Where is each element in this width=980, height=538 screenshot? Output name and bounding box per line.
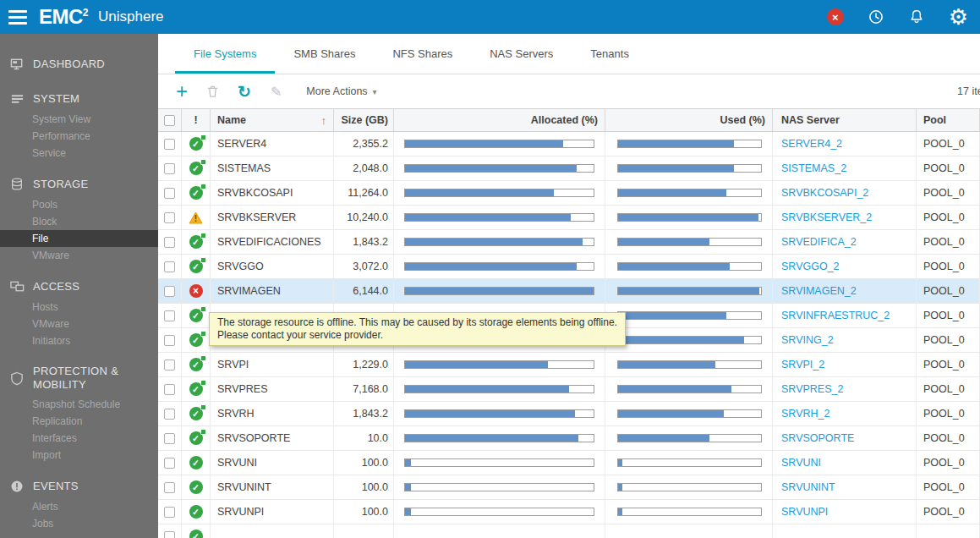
- nas-server-link[interactable]: SRVRH_2: [781, 408, 829, 420]
- sidebar-item-jobs[interactable]: Jobs: [0, 515, 158, 532]
- row-checkbox[interactable]: [164, 237, 175, 248]
- sidebar-item-vmware[interactable]: VMware: [0, 316, 158, 332]
- row-checkbox[interactable]: [164, 458, 175, 469]
- row-checkbox[interactable]: [164, 335, 175, 346]
- tab-bar: File SystemsSMB SharesNFS SharesNAS Serv…: [158, 34, 980, 74]
- filesystem-size: 6,144.0: [334, 279, 394, 303]
- menu-icon[interactable]: [0, 10, 36, 25]
- header-name[interactable]: Name↑: [211, 109, 334, 131]
- row-checkbox[interactable]: [164, 531, 175, 538]
- sidebar-section-header-access[interactable]: ACCESS: [0, 275, 158, 299]
- row-checkbox[interactable]: [164, 507, 175, 518]
- create-button[interactable]: +: [176, 81, 188, 102]
- sidebar-item-alerts[interactable]: Alerts: [0, 498, 158, 515]
- tab-tenants[interactable]: Tenants: [572, 34, 648, 74]
- tab-nas-servers[interactable]: NAS Servers: [471, 34, 572, 74]
- tab-file-systems[interactable]: File Systems: [175, 34, 275, 74]
- sidebar-section-header-dashboard[interactable]: DASHBOARD: [0, 52, 158, 76]
- sidebar-item-file[interactable]: File: [0, 230, 158, 247]
- table-row[interactable]: !SRVBKSERVER10,240.0SRVBKSERVER_2POOL_0: [158, 206, 980, 230]
- sidebar-item-pools[interactable]: Pools: [0, 196, 158, 213]
- header-size[interactable]: Size (GB): [334, 109, 394, 131]
- sidebar-item-vmware[interactable]: VMware: [0, 247, 158, 264]
- sidebar-item-performance[interactable]: Performance: [0, 128, 158, 145]
- row-checkbox[interactable]: [164, 310, 175, 321]
- sidebar-item-import[interactable]: Import: [0, 447, 158, 464]
- table-row[interactable]: ✓: [158, 524, 980, 538]
- nas-server-link[interactable]: SERVER4_2: [781, 138, 842, 150]
- sidebar-item-snapshot-schedule[interactable]: Snapshot Schedule: [0, 396, 158, 413]
- select-all-checkbox[interactable]: [164, 115, 175, 126]
- sidebar-item-initiators[interactable]: Initiators: [0, 332, 158, 349]
- table-row[interactable]: ✓SRVPI1,229.0SRVPI_2POOL_0: [158, 353, 980, 377]
- nas-server-link[interactable]: SRVPRES_2: [781, 383, 843, 395]
- table-row[interactable]: ✓SRVUNINT100.0SRVUNINTPOOL_0: [158, 475, 980, 500]
- row-checkbox-cell: [158, 304, 182, 327]
- sidebar-item-service[interactable]: Service: [0, 145, 158, 162]
- edit-button[interactable]: ✎: [271, 84, 282, 100]
- row-checkbox[interactable]: [164, 188, 175, 199]
- nas-server-link[interactable]: SRVEDIFICA_2: [781, 236, 857, 248]
- allocated-bar-fill: [405, 459, 411, 466]
- more-actions-button[interactable]: More Actions ▾: [306, 85, 376, 97]
- sidebar-item-system-view[interactable]: System View: [0, 111, 158, 128]
- row-checkbox[interactable]: [164, 139, 175, 150]
- row-checkbox[interactable]: [164, 482, 175, 493]
- sidebar-section-header-system[interactable]: SYSTEM: [0, 87, 158, 111]
- allocated-bar-fill: [405, 288, 594, 294]
- tab-nfs-shares[interactable]: NFS Shares: [374, 34, 471, 74]
- nas-server-link[interactable]: SRVBKCOSAPI_2: [781, 187, 868, 199]
- table-row[interactable]: ✓SRVBKCOSAPI11,264.0SRVBKCOSAPI_2POOL_0: [158, 181, 980, 206]
- row-checkbox[interactable]: [164, 261, 175, 272]
- system-error-icon[interactable]: ×: [827, 8, 844, 25]
- row-checkbox[interactable]: [164, 163, 175, 174]
- nas-server-link[interactable]: SRVBKSERVER_2: [781, 211, 872, 223]
- table-row[interactable]: ✓SRVGGO3,072.0SRVGGO_2POOL_0: [158, 255, 980, 279]
- nas-server-link[interactable]: SRVINFRAESTRUC_2: [781, 310, 890, 321]
- table-row[interactable]: ✓SRVUNI100.0SRVUNIPOOL_0: [158, 451, 980, 475]
- sidebar-section-header-storage[interactable]: STORAGE: [0, 173, 158, 196]
- pool-cell: POOL_0: [917, 353, 980, 376]
- nas-server-link[interactable]: SISTEMAS_2: [781, 162, 846, 174]
- row-checkbox[interactable]: [164, 360, 175, 371]
- tab-smb-shares[interactable]: SMB Shares: [275, 34, 374, 74]
- table-row[interactable]: ✓SISTEMAS2,048.0SISTEMAS_2POOL_0: [158, 156, 980, 181]
- nas-server-link[interactable]: SRVIMAGEN_2: [781, 285, 857, 297]
- header-pool[interactable]: Pool: [917, 109, 980, 131]
- table-row[interactable]: ✓SERVER42,355.2SERVER4_2POOL_0: [158, 132, 980, 156]
- table-row[interactable]: ✓SRVRH1,843.2SRVRH_2POOL_0: [158, 402, 980, 426]
- sidebar-section-header-protection[interactable]: PROTECTION & MOBILITY: [0, 360, 158, 396]
- table-row[interactable]: ✓SRVUNPI100.0SRVUNPIPOOL_0: [158, 500, 980, 524]
- row-checkbox[interactable]: [164, 409, 175, 420]
- table-row[interactable]: ✓SRVEDIFICACIONES1,843.2SRVEDIFICA_2POOL…: [158, 230, 980, 255]
- sidebar-item-interfaces[interactable]: Interfaces: [0, 430, 158, 447]
- alerts-bell-icon[interactable]: [908, 8, 925, 25]
- nas-server-link[interactable]: SRVING_2: [781, 334, 834, 346]
- refresh-button[interactable]: ↻: [238, 82, 251, 102]
- recent-activity-clock-icon[interactable]: [868, 8, 884, 25]
- row-checkbox-cell: [158, 377, 182, 401]
- header-status[interactable]: !: [182, 109, 211, 131]
- nas-server-link[interactable]: SRVSOPORTE: [781, 432, 854, 444]
- settings-gear-icon[interactable]: ⚙: [949, 6, 968, 28]
- table-row[interactable]: ✓SRVPRES7,168.0SRVPRES_2POOL_0: [158, 377, 980, 402]
- sidebar-item-replication[interactable]: Replication: [0, 413, 158, 430]
- sidebar-item-block[interactable]: Block: [0, 213, 158, 230]
- header-allocated[interactable]: Allocated (%): [394, 109, 605, 131]
- nas-server-link[interactable]: SRVUNPI: [781, 506, 828, 518]
- nas-server-link[interactable]: SRVPI_2: [781, 359, 824, 371]
- table-row[interactable]: ✓SRVSOPORTE10.0SRVSOPORTEPOOL_0: [158, 426, 980, 451]
- delete-button[interactable]: [207, 85, 218, 98]
- row-checkbox[interactable]: [164, 433, 175, 444]
- nas-server-link[interactable]: SRVUNI: [781, 457, 821, 469]
- header-used[interactable]: Used (%): [605, 109, 773, 131]
- sidebar-section-header-events[interactable]: EVENTS: [0, 475, 158, 498]
- nas-server-link[interactable]: SRVGGO_2: [781, 261, 840, 272]
- sidebar-item-hosts[interactable]: Hosts: [0, 299, 158, 316]
- nas-server-link[interactable]: SRVUNINT: [781, 481, 835, 493]
- header-nas-server[interactable]: NAS Server: [773, 109, 917, 131]
- table-row[interactable]: ×SRVIMAGEN6,144.0SRVIMAGEN_2POOL_0: [158, 279, 980, 304]
- row-checkbox[interactable]: [164, 384, 175, 395]
- row-checkbox[interactable]: [164, 286, 175, 297]
- row-checkbox[interactable]: [164, 212, 175, 223]
